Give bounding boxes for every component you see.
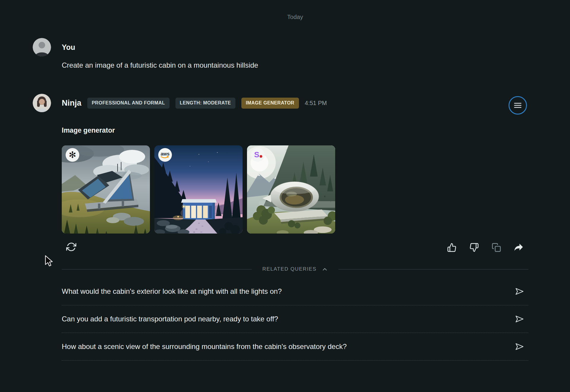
related-queries-title: RELATED QUERIES bbox=[262, 266, 316, 272]
related-query-row[interactable]: What would the cabin's exterior look lik… bbox=[62, 278, 528, 305]
chevron-up-icon bbox=[322, 267, 328, 271]
generated-image-stability[interactable]: S. bbox=[247, 145, 335, 234]
tool-section-title: Image generator bbox=[62, 126, 115, 134]
send-query-button[interactable] bbox=[514, 314, 525, 324]
message-menu-button[interactable] bbox=[509, 96, 527, 115]
send-query-button[interactable] bbox=[514, 286, 525, 297]
related-queries-toggle[interactable]: RELATED QUERIES bbox=[262, 266, 328, 272]
send-icon bbox=[515, 314, 524, 324]
user-avatar-image bbox=[33, 38, 51, 56]
stability-logo-image: S. bbox=[251, 148, 265, 162]
send-icon bbox=[515, 342, 524, 351]
related-queries-list: What would the cabin's exterior look lik… bbox=[62, 278, 528, 361]
share-icon bbox=[514, 242, 524, 253]
related-query-row[interactable]: How about a scenic view of the surroundi… bbox=[62, 333, 528, 361]
related-query-text: Can you add a futuristic transportation … bbox=[62, 315, 278, 323]
send-icon bbox=[515, 287, 524, 296]
related-queries-divider: RELATED QUERIES bbox=[62, 264, 528, 274]
svg-text:aws: aws bbox=[161, 151, 170, 156]
length-badge: LENGTH: MODERATE bbox=[175, 98, 235, 109]
share-button[interactable] bbox=[513, 242, 524, 253]
user-name: You bbox=[62, 38, 75, 56]
divider-line-left bbox=[62, 269, 252, 269]
divider-line-right bbox=[338, 269, 528, 269]
thumbs-down-icon bbox=[469, 243, 479, 252]
regenerate-icon bbox=[66, 242, 76, 252]
svg-text:S.: S. bbox=[254, 150, 262, 159]
aws-logo-icon: aws bbox=[158, 148, 172, 162]
stability-logo-icon: S. bbox=[251, 148, 265, 162]
send-query-button[interactable] bbox=[514, 341, 525, 352]
regenerate-button[interactable] bbox=[65, 241, 77, 253]
user-avatar bbox=[33, 38, 51, 56]
hamburger-menu-icon bbox=[514, 102, 522, 109]
openai-logo-icon: ✻ bbox=[66, 148, 79, 162]
thumbs-down-button[interactable] bbox=[469, 242, 479, 253]
generated-image-aws[interactable]: aws bbox=[154, 145, 243, 234]
date-divider: Today bbox=[62, 14, 528, 20]
thumbs-up-icon bbox=[447, 243, 457, 252]
copy-icon bbox=[492, 243, 501, 252]
assistant-avatar-image bbox=[33, 94, 51, 112]
related-query-text: How about a scenic view of the surroundi… bbox=[62, 342, 347, 351]
mouse-cursor bbox=[45, 255, 55, 269]
copy-button[interactable] bbox=[491, 242, 502, 253]
related-query-row[interactable]: Can you add a futuristic transportation … bbox=[62, 305, 528, 333]
skill-badge: IMAGE GENERATOR bbox=[241, 98, 299, 109]
assistant-avatar bbox=[33, 94, 51, 112]
assistant-name: Ninja bbox=[62, 99, 81, 108]
thumbs-up-button[interactable] bbox=[446, 242, 457, 253]
aws-logo-image: aws bbox=[158, 148, 172, 162]
message-timestamp: 4:51 PM bbox=[305, 100, 327, 107]
generated-image-openai[interactable]: ✻ bbox=[62, 145, 150, 234]
user-message: Create an image of a futuristic cabin on… bbox=[62, 61, 258, 69]
cursor-arrow-icon bbox=[45, 255, 55, 268]
openai-logo-glyph: ✻ bbox=[69, 150, 76, 159]
tone-badge: PROFESSIONAL AND FORMAL bbox=[87, 98, 170, 109]
related-query-text: What would the cabin's exterior look lik… bbox=[62, 287, 282, 296]
message-actions bbox=[446, 242, 524, 253]
generated-images-row: ✻ bbox=[62, 145, 335, 234]
